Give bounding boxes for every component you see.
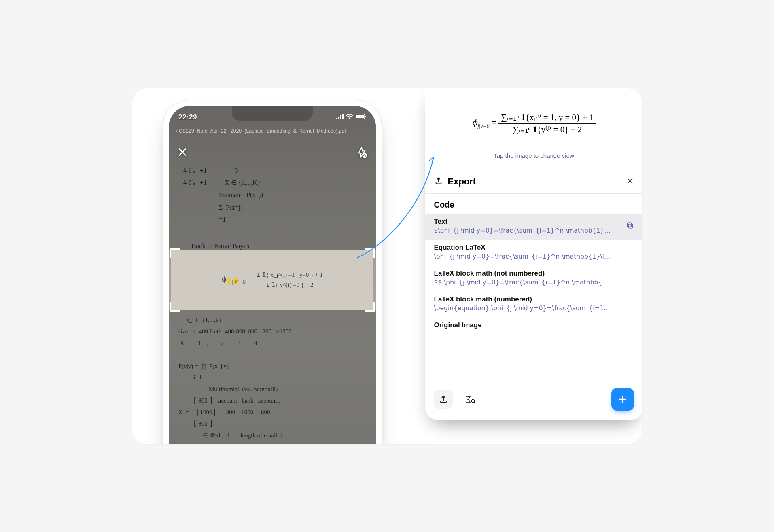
right-phone-column: ϕj|y=0 = ∑ᵢ₌₁ⁿ 𝟏{xⱼ⁽ⁱ⁾ = 1, y = 0} + 1∑ᵢ… <box>413 88 642 444</box>
export-icon <box>434 176 443 187</box>
code-section-label: Code <box>425 194 642 214</box>
svg-rect-2 <box>340 115 341 119</box>
left-phone-column: 22:29 / CS229_Note_Apr_22,_2020_(Lapl <box>132 88 413 444</box>
export-item-label: Text <box>434 218 634 226</box>
close-icon[interactable] <box>177 146 188 160</box>
export-item-value: \phi_{j \mid y=0}=\frac{\sum_{i=1}^n \ma… <box>434 253 612 260</box>
export-header: Export <box>425 169 642 194</box>
flash-off-icon[interactable] <box>356 146 368 160</box>
export-item-label: Equation LaTeX <box>434 244 634 252</box>
svg-rect-8 <box>628 224 632 228</box>
export-item-value: $$ \phi_{j \mid y=0}=\frac{\sum_{i=1}^n … <box>434 279 612 286</box>
export-item-label: Original Image <box>434 321 634 329</box>
add-button[interactable] <box>611 388 634 411</box>
notch <box>232 106 313 121</box>
export-item-0[interactable]: Text$\phi_{j \mid y=0}=\frac{\sum_{i=1}^… <box>425 214 642 240</box>
export-list: Text$\phi_{j \mid y=0}=\frac{\sum_{i=1}^… <box>425 214 642 336</box>
svg-rect-9 <box>627 223 631 227</box>
signal-icon <box>336 114 344 121</box>
battery-icon <box>356 114 366 121</box>
bottom-toolbar <box>434 388 634 411</box>
showcase-card: 22:29 / CS229_Note_Apr_22,_2020_(Lapl <box>132 88 642 444</box>
export-item-label: LaTeX block math (numbered) <box>434 295 634 303</box>
wifi-icon <box>346 114 353 121</box>
export-title: Export <box>448 176 621 187</box>
tap-hint: Tap the image to change view <box>425 152 642 159</box>
export-item-value: $\phi_{j \mid y=0}=\frac{\sum_{i=1}^n \m… <box>434 227 612 234</box>
svg-rect-1 <box>338 117 339 119</box>
phone-frame-left: 22:29 / CS229_Note_Apr_22,_2020_(Lapl <box>163 100 382 444</box>
formula-display: ϕj|y=0 = ∑ᵢ₌₁ⁿ 𝟏{xⱼ⁽ⁱ⁾ = 1, y = 0} + 1∑ᵢ… <box>472 112 596 136</box>
svg-rect-0 <box>336 118 337 119</box>
close-export-icon[interactable] <box>626 177 634 187</box>
copy-icon[interactable] <box>626 221 634 231</box>
status-time: 22:29 <box>178 111 197 121</box>
phone-frame-right: ϕj|y=0 = ∑ᵢ₌₁ⁿ 𝟏{xⱼ⁽ⁱ⁾ = 1, y = 0} + 1∑ᵢ… <box>425 88 642 420</box>
export-item-3[interactable]: LaTeX block math (numbered)\begin{equati… <box>425 291 642 317</box>
svg-rect-6 <box>365 116 366 117</box>
export-item-2[interactable]: LaTeX block math (not numbered)$$ \phi_{… <box>425 265 642 291</box>
svg-point-10 <box>471 399 474 402</box>
status-icons <box>336 111 366 121</box>
export-item-4[interactable]: Original Image <box>425 317 642 336</box>
export-item-value: \begin{equation} \phi_{j \mid y=0}=\frac… <box>434 305 612 312</box>
pdf-path: / CS229_Note_Apr_22,_2020_(Laplace_Smoot… <box>176 128 369 134</box>
export-item-1[interactable]: Equation LaTeX\phi_{j \mid y=0}=\frac{\s… <box>425 240 642 265</box>
crop-formula: ϕj|y=0 = Σ 𝟙{ x_j^(i) =1 , y=0 } + 1 Σ 𝟙… <box>171 250 373 310</box>
svg-rect-5 <box>356 115 364 118</box>
share-button[interactable] <box>434 390 453 409</box>
rendered-formula[interactable]: ϕj|y=0 = ∑ᵢ₌₁ⁿ 𝟏{xⱼ⁽ⁱ⁾ = 1, y = 0} + 1∑ᵢ… <box>435 100 633 147</box>
svg-rect-3 <box>342 114 344 119</box>
equation-search-button[interactable] <box>461 390 479 409</box>
camera-view[interactable]: 22:29 / CS229_Note_Apr_22,_2020_(Lapl <box>169 106 376 444</box>
export-item-label: LaTeX block math (not numbered) <box>434 269 634 278</box>
crop-region[interactable]: ϕj|y=0 = Σ 𝟙{ x_j^(i) =1 , y=0 } + 1 Σ 𝟙… <box>171 250 373 310</box>
